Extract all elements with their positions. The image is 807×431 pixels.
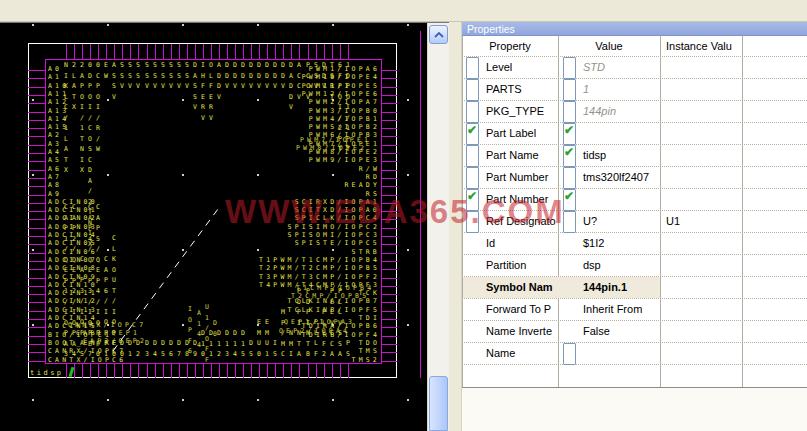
grid-dot xyxy=(332,399,334,401)
property-checkbox[interactable]: ✔ xyxy=(466,101,479,123)
property-rows: ✔ Level ✔ STD ✔ PARTS ✔ 1 ✔ PKG_TYPE ✔ 1… xyxy=(462,57,807,365)
pin-label: A12 xyxy=(48,99,69,106)
table-header-row: Property Value Instance Valu xyxy=(462,36,807,57)
pin-line-top xyxy=(259,44,260,59)
pin-line-right xyxy=(382,203,397,204)
property-checkbox[interactable]: ✔ xyxy=(466,211,479,233)
pin-label: PCCV xyxy=(304,61,312,103)
property-row[interactable]: ✔ Level ✔ STD xyxy=(462,57,807,79)
property-name: Id xyxy=(486,233,556,255)
grid-dot xyxy=(257,24,259,26)
overlapped-label-fragment: IOPF6 xyxy=(186,305,194,358)
grid-dot xyxy=(407,324,409,326)
pin-line-bottom xyxy=(219,364,220,378)
pin-label: A2 xyxy=(48,132,62,139)
property-row[interactable]: ✔ Part Name ✔ tidsp xyxy=(462,145,807,167)
pin-line-left xyxy=(28,78,45,79)
property-name: Level xyxy=(486,57,556,79)
property-value: 144pin.1 xyxy=(583,277,659,299)
property-row[interactable]: ✔ Part Label ✔ xyxy=(462,123,807,145)
pin-line-top xyxy=(235,44,236,59)
pin-line-bottom xyxy=(227,364,228,378)
pin-line-top xyxy=(267,44,268,59)
pin-line-top xyxy=(90,44,91,59)
value-checkbox[interactable]: ✔ xyxy=(563,57,576,79)
panel-title: Properties xyxy=(467,23,515,35)
property-checkbox[interactable]: ✔ xyxy=(466,79,479,101)
property-row[interactable]: ✔ Partition ✔ dsp xyxy=(462,255,807,277)
pin-line-right xyxy=(382,120,397,121)
pin-line-left xyxy=(28,244,45,245)
pin-line-left xyxy=(28,203,45,204)
pin-line-right xyxy=(382,311,397,312)
property-name: Part Number xyxy=(486,189,556,211)
property-row[interactable]: ✔ Part Number ✔ tms320lf2407 xyxy=(462,167,807,189)
pin-line-top xyxy=(251,44,252,59)
property-row[interactable]: ✔ Forward To P ✔ Inherit From xyxy=(462,299,807,321)
pin-line-left xyxy=(28,278,45,279)
schematic-canvas[interactable]: A0PWM1/IOPA6NIKLC/1LATXCAP1/QEP1/IOPA3A1… xyxy=(0,22,449,431)
pin-label: IHFERV xyxy=(199,61,207,124)
property-checkbox[interactable]: ✔ xyxy=(466,123,479,145)
value-checkbox[interactable]: ✔ xyxy=(563,79,576,101)
overlapped-label-fragment: QEP2/IOPA4 xyxy=(279,328,350,335)
pin-line-bottom xyxy=(291,364,292,378)
property-row[interactable]: ✔ PKG_TYPE ✔ 144pin xyxy=(462,101,807,123)
value-checkbox[interactable]: ✔ xyxy=(563,211,576,233)
vertical-scrollbar[interactable] xyxy=(427,23,449,431)
pin-label: A4 xyxy=(48,149,62,156)
pin-line-right xyxy=(382,278,397,279)
property-row[interactable]: ✔ PARTS ✔ 1 xyxy=(462,79,807,101)
pin-line-left xyxy=(28,228,45,229)
property-row[interactable]: ✔ Part Number ✔ xyxy=(462,189,807,211)
pin-label: A15 xyxy=(48,124,69,131)
instance-value xyxy=(666,277,740,299)
value-checkbox[interactable]: ✔ xyxy=(563,167,576,189)
pin-label: T1PWM/T1CMP/IOPB4 xyxy=(180,257,380,264)
instance-value xyxy=(666,343,740,365)
pin-line-bottom xyxy=(187,364,188,378)
value-checkbox[interactable]: ✔ xyxy=(563,101,576,123)
property-value: $1I2 xyxy=(583,233,659,255)
instance-value xyxy=(666,255,740,277)
pin-line-bottom xyxy=(308,364,309,378)
pin-line-left xyxy=(28,336,45,337)
property-row[interactable]: ✔ Name ✔ xyxy=(462,343,807,365)
grid-dot xyxy=(32,174,34,176)
pin-line-left xyxy=(28,161,45,162)
pin-label: A0 xyxy=(48,66,62,73)
value-checkbox[interactable]: ✔ xyxy=(563,343,576,365)
property-row[interactable]: ✔ Ref Designato ✔ U? U1 xyxy=(462,211,807,233)
pin-label: SSV xyxy=(175,61,183,93)
property-value: tms320lf2407 xyxy=(583,167,659,189)
property-row[interactable]: ✔ Id ✔ $1I2 xyxy=(462,233,807,255)
pin-label: SPISTE/IOPC5 xyxy=(180,240,380,247)
panel-title-bar[interactable]: Properties xyxy=(462,22,807,36)
pin-line-top xyxy=(340,44,341,59)
scrollbar-thumb[interactable] xyxy=(429,376,448,431)
grid-dot xyxy=(407,174,409,176)
pin-line-top xyxy=(147,44,148,59)
value-checkbox[interactable]: ✔ xyxy=(563,123,576,145)
property-row[interactable]: ✔ Name Inverte ✔ False xyxy=(462,321,807,343)
grid-dot xyxy=(32,99,34,101)
property-checkbox[interactable]: ✔ xyxy=(466,57,479,79)
pin-line-left xyxy=(28,120,45,121)
property-checkbox[interactable]: ✔ xyxy=(466,167,479,189)
pin-line-bottom xyxy=(283,364,284,378)
pin-line-bottom xyxy=(122,364,123,378)
property-checkbox[interactable]: ✔ xyxy=(466,145,479,167)
part-label[interactable]: tidsp xyxy=(30,369,64,377)
pin-line-top xyxy=(66,44,67,59)
pin-line-left xyxy=(28,211,45,212)
property-name: Ref Designato xyxy=(486,211,556,233)
scroll-up-button[interactable] xyxy=(429,25,448,44)
instance-value: U1 xyxy=(666,211,740,233)
value-checkbox[interactable]: ✔ xyxy=(563,145,576,167)
property-checkbox[interactable]: ✔ xyxy=(466,189,479,211)
panel-splitter[interactable] xyxy=(449,22,462,431)
sheet-border-line xyxy=(420,31,421,378)
property-row[interactable]: ✔ Symbol Nam ✔ 144pin.1 xyxy=(462,277,807,299)
pin-line-left xyxy=(28,186,45,187)
value-checkbox[interactable]: ✔ xyxy=(563,189,576,211)
